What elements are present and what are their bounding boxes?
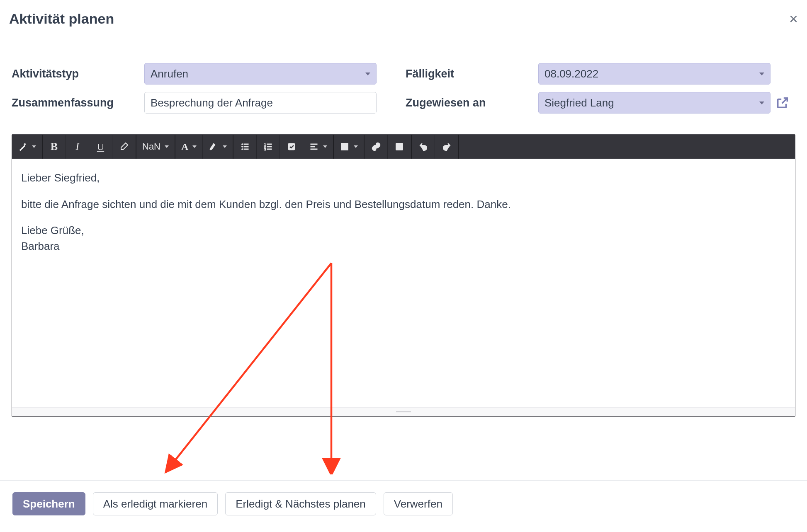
font-size-label: NaN [142,142,160,151]
svg-rect-11 [267,149,272,150]
font-color-button[interactable]: A [175,135,203,159]
summary-label: Zusammenfassung [12,97,144,109]
close-icon[interactable]: × [789,12,798,27]
svg-rect-9 [267,146,272,147]
svg-point-2 [241,146,243,148]
discard-button[interactable]: Verwerfen [384,492,453,515]
dialog-footer: Speichern Als erledigt markieren Erledig… [0,480,807,532]
save-button[interactable]: Speichern [12,492,85,515]
resize-handle[interactable] [12,407,795,416]
rich-text-editor: B I U NaN A [12,134,795,417]
assigned-to-label: Zugewiesen an [406,97,538,109]
field-summary: Zusammenfassung [12,92,381,114]
undo-icon[interactable] [412,135,435,159]
mark-done-button[interactable]: Als erledigt markieren [93,492,218,515]
field-due-date: Fälligkeit 08.09.2022 [406,63,795,85]
chevron-down-icon [759,102,764,104]
form-area: Aktivitätstyp Anrufen Zusammenfassung Fä… [0,38,807,118]
assigned-to-select[interactable]: Siegfried Lang [538,92,771,114]
plan-activity-dialog: Aktivität planen × Aktivitätstyp Anrufen… [0,0,807,532]
due-date-value: 08.09.2022 [544,68,598,80]
svg-rect-3 [244,146,248,147]
svg-text:3: 3 [264,148,266,151]
ordered-list-button[interactable]: 123 [257,135,280,159]
due-date-select[interactable]: 08.09.2022 [538,63,771,85]
unordered-list-button[interactable] [233,135,257,159]
link-icon[interactable] [365,135,388,159]
svg-rect-1 [244,144,248,145]
summary-input[interactable] [144,92,377,114]
editor-content[interactable]: Lieber Siegfried, bitte die Anfrage sich… [12,159,795,407]
highlight-button[interactable] [203,135,233,159]
svg-rect-14 [311,146,315,147]
table-button[interactable] [334,135,364,159]
underline-button[interactable]: U [89,135,112,159]
svg-rect-15 [311,149,317,150]
external-link-icon[interactable] [775,96,790,110]
grip-icon [396,411,411,413]
redo-icon[interactable] [435,135,458,159]
align-button[interactable] [303,135,333,159]
bold-button[interactable]: B [43,135,66,159]
activity-type-label: Aktivitätstyp [12,68,144,80]
activity-type-value: Anrufen [151,68,188,80]
chevron-down-icon [759,73,764,75]
assigned-to-value: Siegfried Lang [544,97,614,109]
svg-point-4 [241,149,243,150]
eraser-icon[interactable] [112,135,136,159]
dialog-header: Aktivität planen × [0,0,807,38]
svg-rect-12 [288,143,295,150]
svg-rect-13 [311,144,317,145]
dialog-title: Aktivität planen [9,11,114,27]
editor-line-1: Lieber Siegfried, [21,170,786,186]
magic-wand-icon[interactable] [12,135,42,159]
image-icon[interactable] [388,135,411,159]
svg-rect-16 [341,143,348,150]
done-and-next-button[interactable]: Erledigt & Nächstes planen [225,492,376,515]
editor-line-2: bitte die Anfrage sichten und die mit de… [21,197,786,213]
editor-toolbar: B I U NaN A [12,135,795,159]
svg-rect-7 [267,144,272,145]
checklist-button[interactable] [280,135,303,159]
svg-point-18 [398,145,399,146]
due-date-label: Fälligkeit [406,68,538,80]
editor-line-3: Liebe Grüße, Barbara [21,223,786,254]
svg-rect-5 [244,149,248,150]
svg-point-0 [241,144,243,145]
field-assigned-to: Zugewiesen an Siegfried Lang [406,92,795,114]
field-activity-type: Aktivitätstyp Anrufen [12,63,381,85]
chevron-down-icon [365,73,370,75]
activity-type-select[interactable]: Anrufen [144,63,377,85]
font-size-select[interactable]: NaN [136,135,175,159]
italic-button[interactable]: I [66,135,89,159]
